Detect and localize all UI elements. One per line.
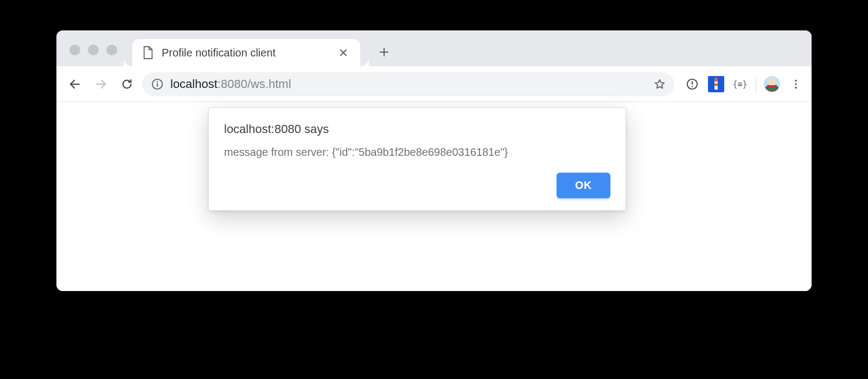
kebab-menu-icon[interactable] [788, 76, 804, 92]
window-close-dot[interactable] [69, 45, 80, 55]
svg-point-2 [157, 81, 158, 82]
alert-message-text: message from server: {"id":"5ba9b1f2be8e… [224, 146, 610, 159]
svg-point-5 [692, 86, 693, 87]
svg-point-11 [795, 83, 797, 85]
ok-button[interactable]: OK [557, 173, 610, 198]
toolbar: localhost:8080/ws.html [56, 66, 812, 102]
url-text: localhost:8080/ws.html [170, 77, 644, 91]
close-icon[interactable] [336, 46, 350, 60]
url-path: :8080/ws.html [218, 77, 291, 91]
forward-button[interactable] [90, 73, 112, 95]
window-minimize-dot[interactable] [88, 45, 99, 55]
svg-point-10 [795, 79, 797, 81]
window-controls [56, 45, 117, 66]
tab-active[interactable]: Profile notification client [132, 39, 360, 66]
page-content: localhost:8080 says message from server:… [56, 102, 812, 291]
site-info-icon[interactable] [151, 78, 164, 91]
window-zoom-dot[interactable] [106, 45, 117, 55]
tab-title: Profile notification client [162, 47, 329, 59]
svg-point-12 [795, 86, 797, 89]
profile-avatar[interactable] [764, 76, 780, 92]
back-button[interactable] [64, 73, 86, 95]
separator [756, 77, 756, 92]
url-host: localhost [170, 77, 218, 91]
svg-marker-9 [714, 77, 718, 79]
json-extension-icon[interactable]: {≡} [732, 76, 748, 92]
file-icon [142, 46, 154, 60]
svg-rect-8 [714, 84, 718, 86]
browser-window: Profile notification client [56, 30, 812, 291]
new-tab-button[interactable] [376, 45, 392, 60]
reload-button[interactable] [116, 73, 138, 95]
alert-origin-label: localhost:8080 says [224, 122, 610, 136]
lighthouse-extension-icon[interactable] [708, 76, 724, 92]
address-bar[interactable]: localhost:8080/ws.html [142, 72, 674, 96]
password-alert-icon[interactable] [684, 76, 700, 92]
javascript-alert-dialog: localhost:8080 says message from server:… [208, 108, 626, 211]
tab-strip: Profile notification client [56, 30, 812, 66]
bookmark-star-icon[interactable] [650, 75, 669, 93]
extension-icons: {≡} [684, 76, 804, 92]
alert-actions: OK [224, 173, 610, 198]
